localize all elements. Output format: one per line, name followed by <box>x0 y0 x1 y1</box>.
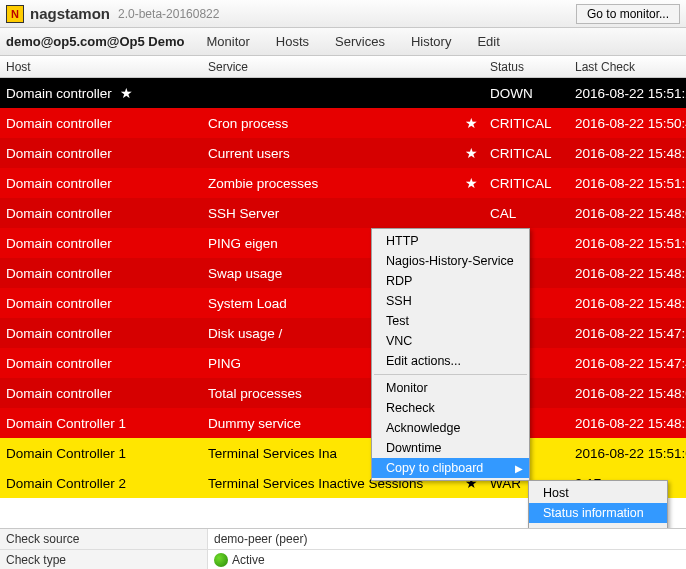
cell-host: Domain controller <box>0 356 208 371</box>
menu-hosts[interactable]: Hosts <box>272 32 313 51</box>
cell-host: Domain Controller 2 <box>0 476 208 491</box>
cell-host: Domain controller <box>0 206 208 221</box>
server-label[interactable]: demo@op5.com@Op5 Demo <box>6 34 185 49</box>
app-logo-icon: N <box>6 5 24 23</box>
cell-host: Domain Controller 1 <box>0 446 208 461</box>
cell-last-check: 2016-08-22 15:48:23 <box>575 146 686 161</box>
ctx-copy-clipboard[interactable]: Copy to clipboard ▶ <box>372 458 529 478</box>
ctx-acknowledge[interactable]: Acknowledge <box>372 418 529 438</box>
cell-host: Domain controller <box>0 386 208 401</box>
ctx-test[interactable]: Test <box>372 311 529 331</box>
table-row[interactable]: Domain controllerCron process★CRITICAL20… <box>0 108 686 138</box>
detail-check-source: Check source demo-peer (peer) <box>0 529 686 550</box>
menu-history[interactable]: History <box>407 32 455 51</box>
cell-service: SSH Server <box>208 206 490 221</box>
sub-host[interactable]: Host <box>529 483 667 503</box>
cell-last-check: 2016-08-22 15:48:03 <box>575 206 686 221</box>
cell-host: Domain controller <box>0 236 208 251</box>
cell-host: Domain controller <box>0 116 208 131</box>
cell-status: DOWN <box>490 86 575 101</box>
table-row[interactable]: Domain controllerSwap usageCAL2016-08-22… <box>0 258 686 288</box>
ctx-vnc[interactable]: VNC <box>372 331 529 351</box>
detail-label: Check source <box>0 529 208 549</box>
table-row[interactable]: Domain controllerPINGCAL2016-08-22 15:47… <box>0 348 686 378</box>
detail-value: demo-peer (peer) <box>208 529 686 549</box>
star-icon: ★ <box>120 85 133 101</box>
ctx-edit-actions[interactable]: Edit actions... <box>372 351 529 371</box>
cell-last-check: 2016-08-22 15:47:56 <box>575 326 686 341</box>
ctx-monitor[interactable]: Monitor <box>372 378 529 398</box>
active-status-icon <box>214 553 228 567</box>
context-menu[interactable]: HTTP Nagios-History-Service RDP SSH Test… <box>371 228 530 481</box>
table-row[interactable]: Domain controllerZombie processes★CRITIC… <box>0 168 686 198</box>
cell-last-check: 2016-08-22 15:48:23 <box>575 416 686 431</box>
cell-service: Zombie processes★ <box>208 175 490 191</box>
header-last-check[interactable]: Last Check <box>575 60 686 74</box>
detail-value-text: Active <box>232 553 265 567</box>
header-service[interactable]: Service <box>208 60 490 74</box>
menu-edit[interactable]: Edit <box>473 32 503 51</box>
table-row[interactable]: Domain controllerDisk usage /CAL2016-08-… <box>0 318 686 348</box>
ctx-nagios-history[interactable]: Nagios-History-Service <box>372 251 529 271</box>
detail-check-type: Check type Active <box>0 550 686 569</box>
app-version: 2.0-beta-20160822 <box>118 7 219 21</box>
cell-host: Domain controller★ <box>0 85 208 101</box>
cell-status: CAL <box>490 206 575 221</box>
table-row[interactable]: Domain controllerSSH ServerCAL2016-08-22… <box>0 198 686 228</box>
status-rows: Domain controller★DOWN2016-08-22 15:51:2… <box>0 78 686 498</box>
table-row[interactable]: Domain controller★DOWN2016-08-22 15:51:2… <box>0 78 686 108</box>
header-status[interactable]: Status <box>490 60 575 74</box>
goto-monitor-button[interactable]: Go to monitor... <box>576 4 680 24</box>
cell-service: Cron process★ <box>208 115 490 131</box>
table-row[interactable]: Domain controllerCurrent users★CRITICAL2… <box>0 138 686 168</box>
cell-host: Domain Controller 1 <box>0 416 208 431</box>
detail-label: Check type <box>0 550 208 569</box>
menubar: demo@op5.com@Op5 Demo Monitor Hosts Serv… <box>0 28 686 56</box>
header-host[interactable]: Host <box>0 60 208 74</box>
cell-last-check: 2016-08-22 15:51:09 <box>575 446 686 461</box>
cell-host: Domain controller <box>0 296 208 311</box>
sub-status-info[interactable]: Status information <box>529 503 667 523</box>
ctx-rdp[interactable]: RDP <box>372 271 529 291</box>
cell-last-check: 2016-08-22 15:51:23 <box>575 86 686 101</box>
cell-last-check: 2016-08-22 15:48:23 <box>575 296 686 311</box>
cell-status: CRITICAL <box>490 116 575 131</box>
cell-last-check: 2016-08-22 15:47:48 <box>575 356 686 371</box>
cell-host: Domain controller <box>0 146 208 161</box>
menu-services[interactable]: Services <box>331 32 389 51</box>
ctx-http[interactable]: HTTP <box>372 231 529 251</box>
table-row[interactable]: Domain controllerSystem LoadCAL2016-08-2… <box>0 288 686 318</box>
menu-monitor[interactable]: Monitor <box>203 32 254 51</box>
cell-last-check: 2016-08-22 15:51:20 <box>575 176 686 191</box>
detail-value: Active <box>208 550 686 569</box>
table-row[interactable]: Domain Controller 1Dummy serviceCAL2016-… <box>0 408 686 438</box>
star-icon: ★ <box>465 145 478 161</box>
table-row[interactable]: Domain Controller 1Terminal Services Ina… <box>0 438 686 468</box>
ctx-ssh[interactable]: SSH <box>372 291 529 311</box>
titlebar: N nagstamon 2.0-beta-20160822 Go to moni… <box>0 0 686 28</box>
cell-last-check: 2016-08-22 15:51:04 <box>575 236 686 251</box>
cell-host: Domain controller <box>0 326 208 341</box>
submenu-arrow-icon: ▶ <box>515 463 523 474</box>
ctx-separator <box>374 374 527 375</box>
column-headers: Host Service Status Last Check <box>0 56 686 78</box>
cell-host: Domain controller <box>0 176 208 191</box>
table-row[interactable]: Domain controllerTotal processesCAL2016-… <box>0 378 686 408</box>
cell-last-check: 2016-08-22 15:48:08 <box>575 386 686 401</box>
table-row[interactable]: Domain controllerPING eigenCAL2016-08-22… <box>0 228 686 258</box>
ctx-copy-label: Copy to clipboard <box>386 461 483 475</box>
cell-status: CRITICAL <box>490 176 575 191</box>
star-icon: ★ <box>465 175 478 191</box>
cell-last-check: 2016-08-22 15:50:41 <box>575 116 686 131</box>
app-title: nagstamon <box>30 5 110 22</box>
detail-panel: Check source demo-peer (peer) Check type… <box>0 528 686 569</box>
cell-last-check: 2016-08-22 15:48:53 <box>575 266 686 281</box>
cell-status: CRITICAL <box>490 146 575 161</box>
cell-service: Current users★ <box>208 145 490 161</box>
ctx-recheck[interactable]: Recheck <box>372 398 529 418</box>
cell-host: Domain controller <box>0 266 208 281</box>
star-icon: ★ <box>465 115 478 131</box>
ctx-downtime[interactable]: Downtime <box>372 438 529 458</box>
